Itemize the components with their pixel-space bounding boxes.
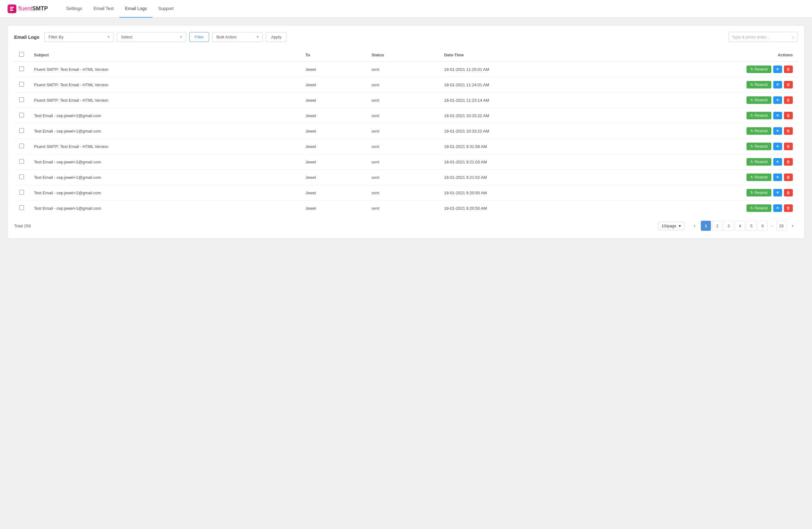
nav-email-test[interactable]: Email Test	[88, 0, 119, 18]
cell-to-4: Jewel	[301, 123, 367, 139]
cell-subject-3: Test Email - cep.jewel+2@gmail.com	[29, 108, 301, 123]
view-button-1[interactable]: 👁	[773, 81, 782, 88]
table-row: Test Email - cep.jewel+2@gmail.com Jewel…	[14, 185, 798, 201]
delete-button-2[interactable]: 🗑	[784, 97, 793, 104]
total-count: Total 259	[14, 223, 31, 228]
view-button-0[interactable]: 👁	[773, 65, 782, 73]
resend-button-1[interactable]: ↻ Resend	[746, 81, 771, 88]
pagination-page-5[interactable]: 5	[746, 221, 756, 231]
nav-email-logs[interactable]: Email Logs	[119, 0, 153, 18]
delete-button-5[interactable]: 🗑	[784, 143, 793, 150]
delete-button-0[interactable]: 🗑	[784, 65, 793, 73]
eye-icon-5: 👁	[776, 144, 780, 149]
logo-icon	[8, 4, 16, 13]
row-checkbox-9[interactable]	[19, 205, 24, 210]
filter-by-dropdown[interactable]: Filter By ▾	[44, 32, 114, 42]
row-checkbox-2[interactable]	[19, 97, 24, 102]
cell-subject-2: Fluent SMTP: Test Email - HTML Version	[29, 92, 301, 108]
delete-button-8[interactable]: 🗑	[784, 189, 793, 196]
row-checkbox-5[interactable]	[19, 144, 24, 148]
resend-button-6[interactable]: ↻ Resend	[746, 158, 771, 166]
trash-icon-6: 🗑	[786, 160, 790, 164]
cell-datetime-1: 18-01-2021 11:24:01 AM	[439, 77, 617, 92]
cell-subject-7: Test Email - cep.jewel+1@gmail.com	[29, 170, 301, 185]
resend-button-3[interactable]: ↻ Resend	[746, 112, 771, 119]
cell-datetime-4: 18-01-2021 10:33:22 AM	[439, 123, 617, 139]
cell-to-1: Jewel	[301, 77, 367, 92]
resend-icon-1: ↻	[750, 83, 753, 87]
pagination-page-26[interactable]: 26	[777, 221, 786, 231]
view-button-2[interactable]: 👁	[773, 97, 782, 104]
select-all-checkbox[interactable]	[19, 52, 24, 57]
eye-icon-1: 👁	[776, 83, 780, 87]
search-icon: ⌕	[792, 34, 794, 39]
resend-button-4[interactable]: ↻ Resend	[746, 127, 771, 135]
trash-icon-1: 🗑	[786, 83, 790, 87]
row-checkbox-0[interactable]	[19, 67, 24, 71]
select-dropdown[interactable]: Select ▾	[117, 32, 186, 42]
pagination-page-2[interactable]: 2	[712, 221, 722, 231]
resend-button-8[interactable]: ↻ Resend	[746, 189, 771, 196]
pagination-page-1[interactable]: 1	[701, 221, 711, 231]
cell-subject-5: Fluent SMTP: Test Email - HTML Version	[29, 139, 301, 154]
email-logs-card: Email Logs Filter By ▾ Select ▾ Filter B…	[8, 25, 804, 239]
resend-button-9[interactable]: ↻ Resend	[746, 204, 771, 212]
filter-button[interactable]: Filter	[189, 32, 209, 42]
pagination-prev[interactable]: ‹	[690, 221, 699, 231]
bulk-action-chevron-icon: ▾	[257, 35, 259, 39]
resend-button-7[interactable]: ↻ Resend	[746, 174, 771, 181]
view-button-3[interactable]: 👁	[773, 112, 782, 119]
row-checkbox-7[interactable]	[19, 174, 24, 179]
resend-button-0[interactable]: ↻ Resend	[746, 65, 771, 73]
nav-support[interactable]: Support	[153, 0, 179, 18]
resend-button-5[interactable]: ↻ Resend	[746, 143, 771, 150]
cell-to-6: Jewel	[301, 154, 367, 170]
eye-icon-8: 👁	[776, 191, 780, 195]
cell-to-5: Jewel	[301, 139, 367, 154]
view-button-8[interactable]: 👁	[773, 189, 782, 196]
cell-subject-0: Fluent SMTP: Test Email - HTML Version	[29, 62, 301, 77]
eye-icon-3: 👁	[776, 113, 780, 118]
nav-settings[interactable]: Settings	[60, 0, 88, 18]
resend-button-2[interactable]: ↻ Resend	[746, 97, 771, 104]
delete-button-9[interactable]: 🗑	[784, 204, 793, 212]
bulk-action-dropdown[interactable]: Bulk Action ▾	[212, 32, 263, 42]
view-button-6[interactable]: 👁	[773, 158, 782, 166]
delete-button-1[interactable]: 🗑	[784, 81, 793, 88]
cell-status-4: sent	[367, 123, 439, 139]
delete-button-6[interactable]: 🗑	[784, 158, 793, 166]
delete-button-7[interactable]: 🗑	[784, 174, 793, 181]
eye-icon-4: 👁	[776, 129, 780, 133]
row-checkbox-6[interactable]	[19, 159, 24, 164]
cell-datetime-7: 18-01-2021 9:21:02 AM	[439, 170, 617, 185]
table-row: Test Email - cep.jewel+2@gmail.com Jewel…	[14, 108, 798, 123]
view-button-4[interactable]: 👁	[773, 127, 782, 135]
row-checkbox-3[interactable]	[19, 113, 24, 117]
view-button-5[interactable]: 👁	[773, 143, 782, 150]
row-checkbox-4[interactable]	[19, 128, 24, 133]
resend-icon-9: ↻	[750, 206, 753, 210]
pagination-page-3[interactable]: 3	[724, 221, 734, 231]
view-button-7[interactable]: 👁	[773, 174, 782, 181]
view-button-9[interactable]: 👁	[773, 204, 782, 212]
table-body: Fluent SMTP: Test Email - HTML Version J…	[14, 62, 798, 216]
eye-icon-7: 👁	[776, 175, 780, 179]
pagination-page-4[interactable]: 4	[735, 221, 745, 231]
page-size-chevron-icon: ▾	[679, 223, 681, 228]
resend-icon-8: ↻	[750, 191, 753, 195]
apply-button[interactable]: Apply	[266, 32, 287, 42]
table-header-row: Subject To Status Date-Time Actions	[14, 48, 798, 62]
search-input[interactable]	[732, 35, 789, 39]
filter-by-chevron-icon: ▾	[108, 35, 110, 39]
pagination-next[interactable]: ›	[788, 221, 798, 231]
row-checkbox-8[interactable]	[19, 190, 24, 195]
cell-subject-8: Test Email - cep.jewel+2@gmail.com	[29, 185, 301, 201]
delete-button-4[interactable]: 🗑	[784, 127, 793, 135]
page-size-select[interactable]: 10/page ▾	[658, 222, 684, 230]
select-chevron-icon: ▾	[180, 35, 182, 39]
delete-button-3[interactable]: 🗑	[784, 112, 793, 119]
logo-text: fluentSMTP	[18, 5, 48, 12]
pagination-page-6[interactable]: 6	[757, 221, 768, 231]
col-status: Status	[367, 48, 439, 62]
row-checkbox-1[interactable]	[19, 82, 24, 87]
